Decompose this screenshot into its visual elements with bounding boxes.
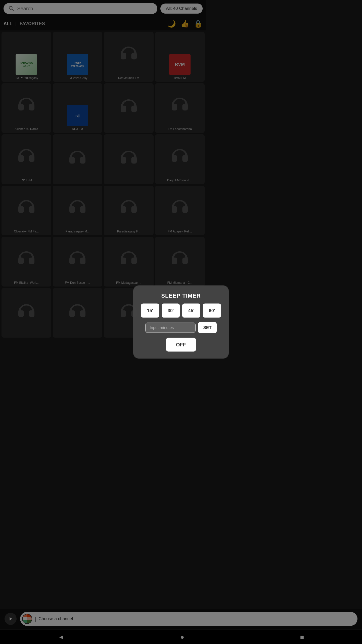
input-row: SET [145,322,206,333]
timer-buttons: 15' 30' 45' 60' [141,304,206,318]
timer-45-button[interactable]: 45' [182,304,200,318]
minutes-input[interactable] [145,323,196,333]
set-button[interactable]: SET [198,322,206,333]
sleep-timer-modal: SLEEP TIMER 15' 30' 45' 60' SET OFF [133,286,206,359]
timer-60-button[interactable]: 60' [203,304,206,318]
timer-30-button[interactable]: 30' [162,304,180,318]
timer-15-button[interactable]: 15' [141,304,159,318]
off-button[interactable]: OFF [166,338,196,352]
modal-title: SLEEP TIMER [161,293,201,299]
